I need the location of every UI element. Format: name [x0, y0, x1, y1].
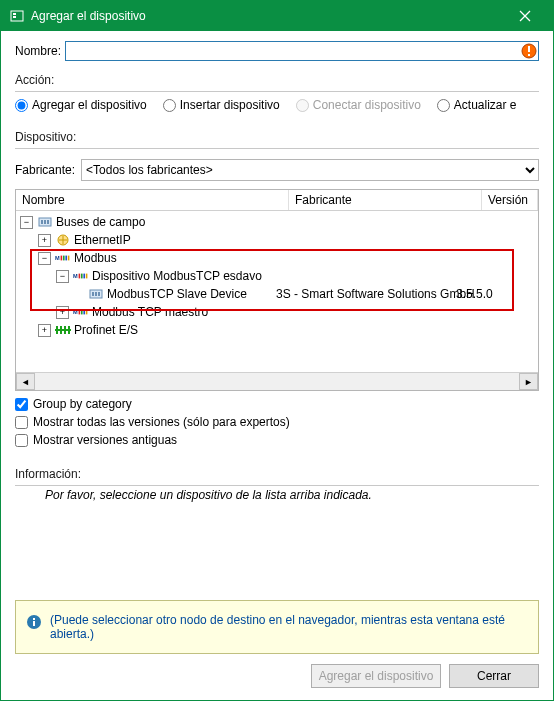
- radio-connect-device: Conectar dispositivo: [296, 98, 421, 112]
- device-icon: [37, 214, 53, 230]
- svg-text:M: M: [73, 273, 78, 279]
- vendor-select[interactable]: <Todos los fabricantes>: [81, 159, 539, 181]
- svg-rect-39: [33, 618, 35, 620]
- name-input[interactable]: [65, 41, 539, 61]
- tree-label: Buses de campo: [56, 215, 145, 229]
- radio-add-device-label: Agregar el dispositivo: [32, 98, 147, 112]
- radio-update-device-label: Actualizar e: [454, 98, 517, 112]
- tree-node-fieldbuses[interactable]: − Buses de campo: [16, 213, 538, 231]
- svg-rect-20: [81, 274, 83, 279]
- tree-vendor: 3S - Smart Software Solutions GmbH: [276, 287, 456, 301]
- scroll-right-arrow[interactable]: ►: [519, 373, 538, 390]
- svg-rect-0: [11, 11, 23, 21]
- check-group-by-category[interactable]: Group by category: [15, 397, 539, 411]
- collapse-icon[interactable]: −: [56, 270, 69, 283]
- name-row: Nombre:: [15, 41, 539, 61]
- info-icon: [26, 614, 42, 630]
- ethernetip-icon: [55, 232, 71, 248]
- warning-icon: [521, 43, 537, 59]
- tree-node-modbus[interactable]: − M Modbus: [16, 249, 538, 267]
- tree-node-ethernetip[interactable]: + EthernetIP: [16, 231, 538, 249]
- tree-header-version[interactable]: Versión: [482, 190, 538, 210]
- svg-rect-30: [83, 310, 85, 315]
- expand-icon[interactable]: +: [56, 306, 69, 319]
- titlebar: Agregar el dispositivo: [1, 1, 553, 31]
- modbus-icon: M: [73, 268, 89, 284]
- check-show-all-versions-input[interactable]: [15, 416, 28, 429]
- device-tree: Nombre Fabricante Versión − Buses de cam…: [15, 189, 539, 391]
- svg-rect-35: [64, 326, 66, 334]
- name-input-wrap: [65, 41, 539, 61]
- tree-node-modbus-tcp-master[interactable]: + M Modbus TCP maestro: [16, 303, 538, 321]
- svg-rect-31: [86, 310, 88, 315]
- svg-rect-29: [81, 310, 83, 315]
- hint-box: (Puede seleccionar otro nodo de destino …: [15, 600, 539, 654]
- svg-rect-22: [86, 274, 88, 279]
- expand-icon[interactable]: +: [38, 324, 51, 337]
- info-group-label: Información:: [15, 467, 539, 481]
- tree-label: ModbusTCP Slave Device: [107, 287, 247, 301]
- tree-label: Profinet E/S: [74, 323, 138, 337]
- radio-insert-device-label: Insertar dispositivo: [180, 98, 280, 112]
- device-group-label: Dispositivo:: [15, 130, 539, 144]
- svg-rect-21: [83, 274, 85, 279]
- modbus-icon: M: [73, 304, 89, 320]
- check-label: Group by category: [33, 397, 132, 411]
- profinet-icon: [55, 322, 71, 338]
- collapse-icon[interactable]: −: [20, 216, 33, 229]
- svg-rect-9: [41, 220, 43, 224]
- window-title: Agregar el dispositivo: [31, 9, 505, 23]
- svg-text:M: M: [73, 309, 78, 315]
- svg-rect-10: [44, 220, 46, 224]
- radio-add-device[interactable]: Agregar el dispositivo: [15, 98, 147, 112]
- svg-rect-6: [528, 46, 530, 52]
- dialog-buttons: Agregar el dispositivo Cerrar: [15, 654, 539, 694]
- tree-label: Dispositivo ModbusTCP esdavo: [92, 269, 262, 283]
- radio-add-device-input[interactable]: [15, 99, 28, 112]
- tree-label: EthernetIP: [74, 233, 131, 247]
- expand-icon[interactable]: +: [38, 234, 51, 247]
- svg-rect-33: [56, 326, 58, 334]
- radio-update-device[interactable]: Actualizar e: [437, 98, 517, 112]
- tree-body[interactable]: − Buses de campo + EthernetIP: [16, 211, 538, 372]
- check-show-old-versions[interactable]: Mostrar versiones antiguas: [15, 433, 539, 447]
- radio-insert-device-input[interactable]: [163, 99, 176, 112]
- dialog-window: Agregar el dispositivo Nombre: Acción: A…: [0, 0, 554, 701]
- tree-node-modbus-tcp-slave-device[interactable]: ModbusTCP Slave Device 3S - Smart Softwa…: [16, 285, 538, 303]
- check-label: Mostrar todas las versiones (sólo para e…: [33, 415, 290, 429]
- check-show-all-versions[interactable]: Mostrar todas las versiones (sólo para e…: [15, 415, 539, 429]
- check-label: Mostrar versiones antiguas: [33, 433, 177, 447]
- svg-rect-7: [528, 54, 530, 56]
- svg-rect-2: [13, 16, 16, 18]
- close-icon: [519, 10, 531, 22]
- radio-insert-device[interactable]: Insertar dispositivo: [163, 98, 280, 112]
- svg-rect-14: [61, 256, 63, 261]
- svg-rect-11: [47, 220, 49, 224]
- check-group-by-category-input[interactable]: [15, 398, 28, 411]
- action-group-label: Acción:: [15, 73, 539, 87]
- tree-label: Modbus TCP maestro: [92, 305, 208, 319]
- horizontal-scrollbar[interactable]: ◄ ►: [16, 372, 538, 390]
- collapse-icon[interactable]: −: [38, 252, 51, 265]
- modbus-icon: M: [55, 250, 71, 266]
- scroll-left-arrow[interactable]: ◄: [16, 373, 35, 390]
- svg-text:M: M: [55, 255, 60, 261]
- radio-update-device-input[interactable]: [437, 99, 450, 112]
- tree-header-vendor[interactable]: Fabricante: [289, 190, 482, 210]
- radio-connect-device-label: Conectar dispositivo: [313, 98, 421, 112]
- tree-header-name[interactable]: Nombre: [16, 190, 289, 210]
- add-device-button: Agregar el dispositivo: [311, 664, 441, 688]
- radio-connect-device-input: [296, 99, 309, 112]
- action-group: Agregar el dispositivo Insertar disposit…: [15, 91, 539, 120]
- svg-rect-26: [98, 292, 100, 296]
- svg-rect-24: [92, 292, 94, 296]
- tree-node-profinet[interactable]: + Profinet E/S: [16, 321, 538, 339]
- name-label: Nombre:: [15, 44, 61, 58]
- svg-rect-25: [95, 292, 97, 296]
- check-show-old-versions-input[interactable]: [15, 434, 28, 447]
- close-button-bottom[interactable]: Cerrar: [449, 664, 539, 688]
- vendor-label: Fabricante:: [15, 163, 75, 177]
- action-radios: Agregar el dispositivo Insertar disposit…: [15, 98, 539, 112]
- close-button[interactable]: [505, 1, 545, 31]
- tree-node-modbus-tcp-slave[interactable]: − M Dispositivo ModbusTCP esdavo: [16, 267, 538, 285]
